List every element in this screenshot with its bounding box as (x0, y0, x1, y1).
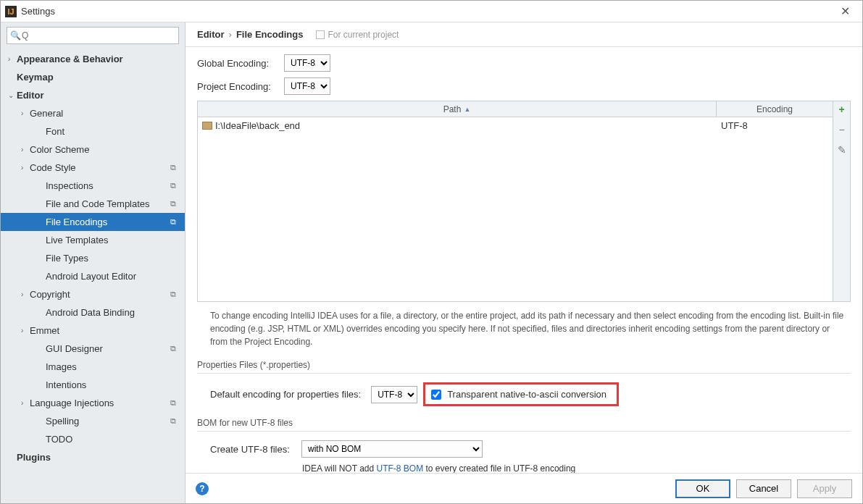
project-encoding-label: Project Encoding: (197, 81, 284, 92)
global-encoding-select[interactable]: UTF-8 (284, 54, 330, 72)
sidebar-item-plugins[interactable]: Plugins (1, 448, 185, 466)
sidebar-item-label: TODO (46, 434, 170, 445)
crumb-editor[interactable]: Editor (197, 29, 225, 40)
crumb-file-encodings: File Encodings (236, 29, 303, 40)
chevron-icon: › (21, 399, 30, 407)
sidebar-item-file-and-code-templates[interactable]: File and Code Templates⧉ (1, 195, 185, 213)
bom-select[interactable]: with NO BOM (301, 440, 483, 458)
project-badge-icon: ⧉ (170, 290, 180, 300)
project-badge-icon (170, 91, 180, 101)
sidebar-item-label: Font (46, 126, 170, 137)
sidebar-item-label: Code Style (30, 162, 170, 173)
project-badge-icon (170, 272, 180, 282)
project-badge-icon (170, 308, 180, 318)
help-icon[interactable]: ? (196, 482, 209, 495)
project-badge-icon (170, 145, 180, 155)
cancel-button[interactable]: Cancel (736, 479, 791, 498)
sidebar-item-label: Spelling (46, 416, 170, 427)
project-encoding-select[interactable]: UTF-8 (284, 77, 330, 95)
sidebar-item-inspections[interactable]: Inspections⧉ (1, 177, 185, 195)
settings-window: IJ Settings ✕ 🔍 ›Appearance & BehaviorKe… (0, 0, 863, 504)
native-to-ascii-checkbox[interactable] (431, 390, 441, 400)
table-row[interactable]: I:\IdeaFile\back_endUTF-8 (198, 117, 833, 133)
sidebar-item-label: GUI Designer (46, 343, 170, 354)
bom-section-label: BOM for new UTF-8 files (197, 418, 851, 428)
col-encoding[interactable]: Encoding (717, 101, 833, 117)
sidebar-item-general[interactable]: ›General (1, 104, 185, 122)
project-badge-icon: ⧉ (170, 181, 180, 191)
sidebar-item-emmet[interactable]: ›Emmet (1, 322, 185, 340)
project-badge-icon (170, 380, 180, 390)
description-text: To change encoding IntelliJ IDEA uses fo… (210, 309, 846, 348)
sidebar-item-todo[interactable]: TODO (1, 430, 185, 448)
sidebar-item-keymap[interactable]: Keymap (1, 68, 185, 86)
encoding-cell[interactable]: UTF-8 (717, 120, 833, 131)
encoding-table[interactable]: Path ▲ Encoding I:\IdeaFile\back_endUTF-… (197, 101, 833, 302)
sidebar: 🔍 ›Appearance & BehaviorKeymap⌄Editor›Ge… (1, 22, 185, 503)
project-badge-icon (170, 235, 180, 245)
main-panel: Editor › File Encodings For current proj… (185, 22, 862, 503)
titlebar: IJ Settings ✕ (1, 1, 862, 22)
window-title: Settings (21, 6, 832, 17)
sidebar-item-label: Copyright (30, 289, 170, 300)
sidebar-item-font[interactable]: Font (1, 122, 185, 140)
chevron-icon: › (21, 109, 30, 117)
sidebar-item-file-encodings[interactable]: File Encodings⧉ (1, 213, 185, 231)
col-path[interactable]: Path ▲ (198, 101, 717, 117)
sidebar-item-code-style[interactable]: ›Code Style⧉ (1, 159, 185, 177)
ok-button[interactable]: OK (675, 479, 730, 498)
content: Global Encoding: UTF-8 Project Encoding:… (185, 47, 862, 473)
edit-icon[interactable]: ✎ (837, 145, 847, 155)
chevron-right-icon: › (229, 29, 232, 40)
sidebar-item-label: Color Scheme (30, 144, 170, 155)
divider (197, 431, 851, 432)
sidebar-item-language-injections[interactable]: ›Language Injections⧉ (1, 394, 185, 412)
project-badge-icon: ⧉ (170, 163, 180, 173)
sidebar-item-label: Android Layout Editor (46, 271, 170, 282)
divider (197, 373, 851, 374)
props-encoding-select[interactable]: UTF-8 (371, 386, 417, 403)
chevron-icon: › (21, 327, 30, 335)
utf8-bom-link[interactable]: UTF-8 BOM (376, 463, 423, 473)
search-input[interactable] (7, 27, 179, 44)
native-to-ascii-label: Transparent native-to-ascii conversion (447, 389, 606, 400)
table-toolbar: + − ✎ (833, 101, 851, 302)
sidebar-item-editor[interactable]: ⌄Editor (1, 86, 185, 104)
sidebar-item-intentions[interactable]: Intentions (1, 376, 185, 394)
add-icon[interactable]: + (837, 104, 847, 114)
sidebar-item-android-data-binding[interactable]: Android Data Binding (1, 303, 185, 322)
sidebar-item-appearance-behavior[interactable]: ›Appearance & Behavior (1, 50, 185, 68)
sidebar-item-label: General (30, 108, 170, 119)
sidebar-item-spelling[interactable]: Spelling⧉ (1, 412, 185, 430)
sidebar-item-label: Plugins (17, 452, 170, 463)
project-badge-icon (170, 453, 180, 463)
project-badge-icon: ⧉ (170, 344, 180, 354)
remove-icon[interactable]: − (837, 125, 847, 135)
sidebar-item-gui-designer[interactable]: GUI Designer⧉ (1, 340, 185, 358)
project-badge-icon (170, 127, 180, 137)
chevron-icon: › (21, 164, 30, 172)
project-badge-icon (170, 109, 180, 119)
project-badge-icon: ⧉ (170, 217, 180, 227)
path-cell: I:\IdeaFile\back_end (215, 120, 300, 131)
sidebar-item-label: Live Templates (46, 235, 170, 245)
sidebar-item-label: Keymap (17, 72, 170, 83)
sidebar-item-images[interactable]: Images (1, 358, 185, 376)
project-badge-icon: ⧉ (170, 199, 180, 209)
settings-tree[interactable]: ›Appearance & BehaviorKeymap⌄Editor›Gene… (1, 47, 185, 503)
app-icon: IJ (5, 6, 17, 17)
sidebar-item-label: Emmet (30, 325, 170, 336)
apply-button[interactable]: Apply (797, 479, 852, 498)
project-badge-icon (170, 434, 180, 445)
sidebar-item-live-templates[interactable]: Live Templates (1, 231, 185, 249)
bom-note: IDEA will NOT add UTF-8 BOM to every cre… (302, 463, 851, 473)
sidebar-item-copyright[interactable]: ›Copyright⧉ (1, 285, 185, 303)
sidebar-item-file-types[interactable]: File Types (1, 249, 185, 267)
project-badge-icon: ⧉ (170, 398, 180, 408)
sidebar-item-color-scheme[interactable]: ›Color Scheme (1, 140, 185, 159)
chevron-icon: › (8, 55, 17, 63)
sidebar-item-label: Intentions (46, 379, 170, 390)
close-icon[interactable]: ✕ (832, 4, 858, 18)
search-box: 🔍 (7, 27, 179, 44)
sidebar-item-android-layout-editor[interactable]: Android Layout Editor (1, 267, 185, 285)
